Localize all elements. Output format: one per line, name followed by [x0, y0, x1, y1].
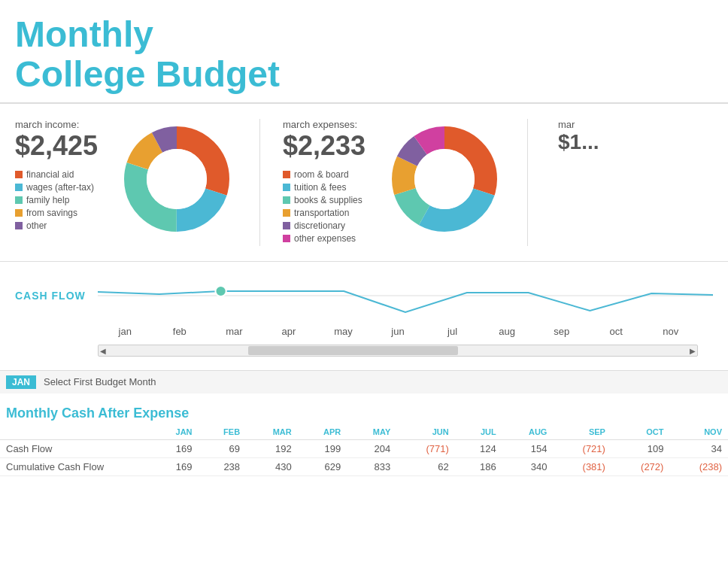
section-title: Monthly Cash After Expense — [0, 401, 728, 424]
expenses-legend: room & board tuition & fees books & supp… — [283, 169, 373, 244]
table-row: Cumulative Cash Flow 169 238 430 629 833… — [0, 457, 728, 475]
col-header-apr: APR — [298, 424, 347, 440]
col-header-jul: JUL — [455, 424, 502, 440]
row-label-cumulative: Cumulative Cash Flow — [0, 457, 150, 475]
budget-header-bar: JAN Select First Budget Month — [0, 370, 728, 393]
row-label-cashflow: Cash Flow — [0, 439, 150, 457]
col-header-mar: MAR — [246, 424, 298, 440]
month-sep: sep — [534, 326, 589, 337]
budget-table-section: Monthly Cash After Expense JAN FEB MAR A… — [0, 393, 728, 484]
cashflow-chart — [98, 273, 713, 318]
col-header-jun: JUN — [396, 424, 455, 440]
income-legend: financial aid wages (after-tax) family h… — [15, 169, 105, 231]
col-header-aug: AUG — [502, 424, 554, 440]
expenses-chart-block: march expenses: $2,233 room & board tuit… — [283, 119, 528, 246]
col-header-sep: SEP — [553, 424, 611, 440]
legend-item: room & board — [283, 169, 373, 180]
scroll-right-icon[interactable]: ▶ — [690, 347, 696, 355]
page-header: Monthly College Budget — [0, 0, 728, 104]
budget-table: JAN FEB MAR APR MAY JUN JUL AUG SEP OCT … — [0, 424, 728, 476]
legend-item: wages (after-tax) — [15, 182, 105, 193]
cashflow-title: CASH FLOW — [15, 290, 98, 302]
col-header-nov: NOV — [669, 424, 728, 440]
income-label: march income: — [15, 119, 105, 130]
income-chart-block: march income: $2,425 financial aid wages… — [15, 119, 260, 246]
table-row: Cash Flow 169 69 192 199 204 (771) 124 1… — [0, 439, 728, 457]
month-badge: JAN — [6, 375, 36, 389]
expenses-donut — [384, 119, 505, 239]
month-jan: jan — [98, 326, 153, 337]
expenses-info: march expenses: $2,233 room & board tuit… — [283, 119, 373, 246]
income-amount: $2,425 — [15, 130, 105, 162]
legend-item: family help — [15, 195, 105, 205]
legend-item: other — [15, 220, 105, 231]
legend-item: discretionary — [283, 220, 373, 231]
scrollbar-thumb[interactable] — [248, 346, 458, 355]
scrollbar[interactable]: ◀ ▶ — [98, 345, 698, 357]
third-chart-block: mar $1... — [551, 119, 611, 246]
col-header-jan: JAN — [150, 424, 199, 440]
col-header-oct: OCT — [611, 424, 670, 440]
legend-item: from savings — [15, 208, 105, 218]
month-jun: jun — [371, 326, 426, 337]
svg-point-12 — [414, 149, 475, 209]
months-row: jan feb mar apr may jun jul aug sep oct … — [98, 322, 698, 341]
legend-item: financial aid — [15, 169, 105, 180]
select-text: Select First Budget Month — [44, 376, 156, 387]
col-header-feb: FEB — [199, 424, 247, 440]
month-jul: jul — [425, 326, 480, 337]
page-title: Monthly College Budget — [15, 15, 713, 95]
month-aug: aug — [480, 326, 535, 337]
scroll-left-icon[interactable]: ◀ — [100, 347, 106, 355]
month-oct: oct — [589, 326, 644, 337]
col-header-label — [0, 424, 150, 440]
charts-section: march income: $2,425 financial aid wages… — [0, 104, 728, 262]
month-feb: feb — [153, 326, 208, 337]
month-apr: apr — [262, 326, 317, 337]
col-header-may: MAY — [347, 424, 396, 440]
legend-item: other expenses — [283, 233, 373, 244]
cashflow-section: CASH FLOW jan feb mar apr may jun jul a — [0, 262, 728, 364]
svg-point-5 — [147, 149, 207, 209]
month-mar: mar — [207, 326, 262, 337]
svg-point-14 — [215, 286, 226, 296]
legend-item: books & supplies — [283, 195, 373, 205]
month-may: may — [316, 326, 371, 337]
expenses-amount: $2,233 — [283, 130, 373, 162]
legend-item: transportation — [283, 208, 373, 218]
table-header-row: JAN FEB MAR APR MAY JUN JUL AUG SEP OCT … — [0, 424, 728, 440]
legend-item: tuition & fees — [283, 182, 373, 193]
income-donut — [117, 119, 237, 239]
month-nov: nov — [643, 326, 698, 337]
expenses-label: march expenses: — [283, 119, 373, 130]
income-info: march income: $2,425 financial aid wages… — [15, 119, 105, 233]
